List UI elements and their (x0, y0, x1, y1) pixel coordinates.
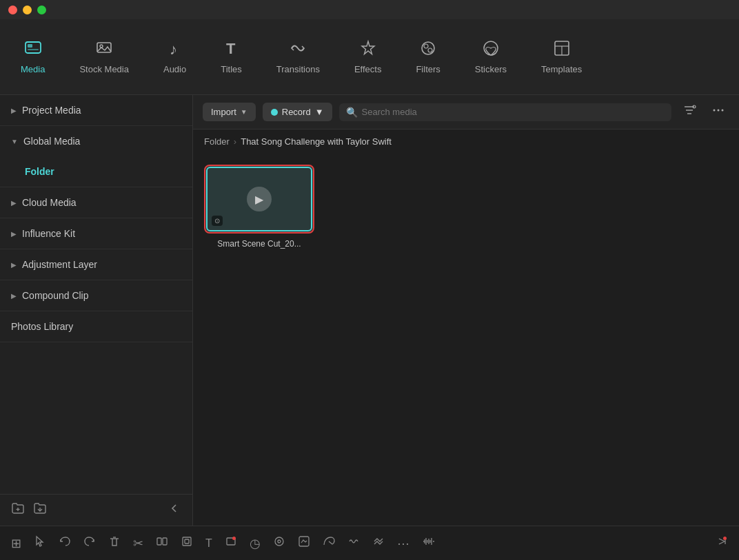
sidebar-section-adjustment-layer: ▶ Adjustment Layer (0, 249, 192, 280)
svg-rect-24 (157, 538, 161, 545)
stickers-icon (482, 39, 500, 60)
sidebar-item-project-media[interactable]: ▶ Project Media (0, 95, 192, 125)
nav-filters-label: Filters (416, 64, 440, 74)
folder-import-icon[interactable] (33, 501, 47, 519)
templates-icon (553, 39, 571, 60)
media-grid: ▶ ⊙ Smart Scene Cut_20... (193, 154, 739, 526)
content-panel: Import ▼ Record ▼ 🔍 (193, 95, 739, 526)
arrow-icon-adjustment: ▶ (11, 261, 17, 269)
image-adjust-icon[interactable] (298, 535, 310, 551)
main-content: ▶ Project Media ▼ Global Media Folder ▶ … (0, 95, 739, 526)
pointer-tool-icon[interactable] (34, 535, 46, 551)
arrow-icon-influence: ▶ (11, 230, 17, 238)
arrow-icon-compound: ▶ (11, 292, 17, 300)
media-item-smart-scene-cut[interactable]: ▶ ⊙ Smart Scene Cut_20... (204, 165, 314, 249)
sidebar-item-photos-library[interactable]: Photos Library (0, 311, 192, 342)
svg-point-10 (428, 48, 432, 52)
speed-icon[interactable] (323, 535, 335, 551)
nav-media[interactable]: Media (14, 34, 52, 80)
audio-icon: ♪ (166, 39, 184, 60)
stock-media-icon (95, 39, 113, 60)
sidebar: ▶ Project Media ▼ Global Media Folder ▶ … (0, 95, 193, 526)
sidebar-section-project-media: ▶ Project Media (0, 95, 192, 126)
nav-audio[interactable]: ♪ Audio (156, 34, 193, 80)
svg-point-8 (422, 42, 434, 54)
sidebar-item-global-media[interactable]: ▼ Global Media (0, 126, 192, 156)
new-folder-icon[interactable] (11, 501, 25, 519)
sidebar-item-compound-clip[interactable]: ▶ Compound Clip (0, 280, 192, 311)
record-button[interactable]: Record ▼ (263, 103, 332, 121)
sidebar-item-folder[interactable]: Folder (0, 156, 192, 187)
search-input[interactable] (362, 107, 665, 117)
sidebar-section-compound-clip: ▶ Compound Clip (0, 280, 192, 311)
nav-titles-label: Titles (221, 64, 242, 74)
sidebar-item-cloud-media-label: Cloud Media (22, 197, 77, 208)
sidebar-section-photos-library: Photos Library (0, 311, 192, 342)
split-icon[interactable] (156, 535, 168, 551)
sidebar-item-adjustment-layer-label: Adjustment Layer (22, 259, 97, 270)
media-thumbnail-container: ▶ ⊙ (204, 165, 314, 234)
svg-rect-1 (28, 44, 32, 48)
sidebar-item-folder-label: Folder (25, 166, 54, 177)
motion-icon[interactable] (372, 535, 385, 551)
nav-media-label: Media (21, 64, 45, 74)
color-wheel-icon[interactable] (273, 535, 285, 551)
clip-tool-icon-wrap (225, 535, 237, 551)
end-dot (723, 537, 727, 540)
undo-icon[interactable] (59, 535, 71, 551)
waveform-icon[interactable] (422, 535, 434, 551)
sidebar-item-adjustment-layer[interactable]: ▶ Adjustment Layer (0, 249, 192, 280)
sidebar-item-photos-library-label: Photos Library (11, 321, 73, 332)
nav-transitions[interactable]: Transitions (270, 34, 327, 80)
end-arrow-icon-wrap (716, 535, 728, 551)
svg-point-29 (275, 537, 283, 546)
sidebar-item-cloud-media[interactable]: ▶ Cloud Media (0, 187, 192, 218)
sidebar-bottom (0, 494, 192, 526)
effects-icon (359, 39, 377, 60)
collapse-sidebar-icon[interactable] (168, 501, 181, 519)
nav-titles[interactable]: T Titles (214, 34, 249, 80)
nav-filters[interactable]: Filters (409, 34, 447, 80)
close-button[interactable] (8, 6, 17, 14)
redo-icon[interactable] (83, 535, 96, 551)
record-chevron-icon: ▼ (315, 107, 324, 117)
nav-templates[interactable]: Templates (534, 34, 589, 80)
titles-icon: T (223, 39, 241, 60)
audio-edit-icon[interactable] (347, 535, 360, 551)
time-icon[interactable]: ◷ (250, 536, 261, 551)
transitions-icon (289, 39, 307, 60)
svg-text:T: T (226, 40, 236, 57)
svg-point-23 (722, 110, 724, 112)
nav-effects-label: Effects (354, 64, 382, 74)
stamp-icon[interactable] (181, 535, 193, 551)
nav-effects[interactable]: Effects (347, 34, 389, 80)
content-toolbar: Import ▼ Record ▼ 🔍 (193, 95, 739, 129)
sidebar-item-project-media-label: Project Media (22, 105, 81, 116)
import-button[interactable]: Import ▼ (203, 103, 256, 121)
delete-icon[interactable] (108, 535, 121, 551)
svg-rect-26 (183, 537, 191, 546)
cut-icon[interactable]: ✂ (133, 536, 143, 551)
nav-stock-media[interactable]: Stock Media (72, 34, 136, 80)
nav-templates-label: Templates (541, 64, 582, 74)
text-tool-icon[interactable]: T (205, 537, 212, 550)
sidebar-section-influence-kit: ▶ Influence Kit (0, 218, 192, 249)
more-options-button[interactable] (707, 101, 729, 123)
breadcrumb-root[interactable]: Folder (204, 136, 230, 147)
svg-point-21 (713, 110, 716, 112)
nav-transitions-label: Transitions (276, 64, 320, 74)
maximize-button[interactable] (37, 6, 46, 14)
sidebar-item-influence-kit[interactable]: ▶ Influence Kit (0, 218, 192, 249)
breadcrumb-separator: › (234, 136, 236, 147)
more-tools-icon[interactable]: ⋯ (397, 536, 409, 551)
title-bar (0, 0, 739, 19)
minimize-button[interactable] (23, 6, 32, 14)
search-box[interactable]: 🔍 (339, 103, 671, 121)
top-toolbar: Media Stock Media ♪ Audio T Titles (0, 19, 739, 95)
svg-point-9 (424, 44, 428, 48)
media-icon (24, 39, 42, 60)
filter-button[interactable] (678, 101, 700, 123)
grid-view-icon[interactable]: ⊞ (11, 537, 21, 550)
record-dot-icon (271, 109, 278, 116)
nav-stickers[interactable]: Stickers (468, 34, 514, 80)
